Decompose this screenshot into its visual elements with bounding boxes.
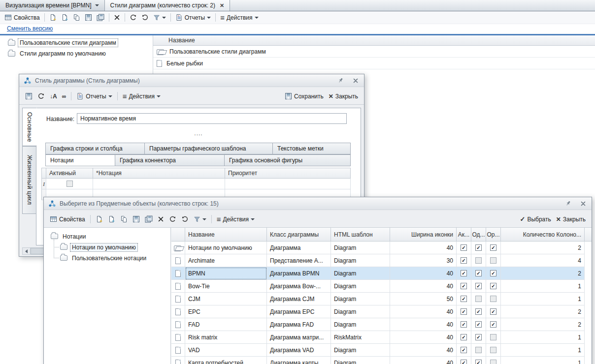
change-version-link[interactable]: Сменить версию: [7, 25, 53, 32]
checkbox[interactable]: ✓: [475, 270, 482, 276]
sort-button[interactable]: ↓A: [48, 93, 59, 100]
refresh-button[interactable]: [167, 215, 178, 223]
refresh-all-button[interactable]: [140, 13, 150, 22]
new-from-template-button[interactable]: [106, 215, 117, 223]
column-header-name[interactable]: Название: [185, 228, 267, 242]
column-header-icon-width[interactable]: Ширина иконки: [390, 228, 457, 242]
checkbox[interactable]: ✓: [475, 360, 482, 364]
scroll-left-button[interactable]: [23, 248, 31, 254]
dialog-titlebar[interactable]: Стиль диаграммы (Стиль диаграммы): [19, 74, 364, 87]
link-button[interactable]: ∞: [61, 93, 68, 100]
checkbox[interactable]: [490, 347, 496, 353]
checkbox[interactable]: ✓: [461, 257, 467, 264]
refresh-all-button[interactable]: [180, 215, 190, 223]
tab-row-column-graphics[interactable]: Графика строки и столбца: [45, 143, 145, 154]
list-column-header-name[interactable]: Название: [153, 35, 595, 46]
column-header-column-count[interactable]: Количество Колоно...: [501, 228, 585, 242]
tree-item-user-styles[interactable]: Пользовательские стили диаграмм: [8, 39, 118, 47]
checkbox[interactable]: ✓: [490, 308, 496, 315]
checkbox[interactable]: [490, 360, 496, 364]
grid-row-needs-map[interactable]: Карта потребностей Диаграмма карты... Di…: [171, 357, 592, 364]
checkbox[interactable]: [475, 347, 482, 353]
save-button[interactable]: [24, 92, 34, 100]
grid-row-default-notations[interactable]: Нотации по умолчанию Диаграмма Diagram 4…: [171, 242, 592, 254]
checkbox[interactable]: ✓: [461, 321, 467, 328]
grid-row-bow-tie[interactable]: Bow-Tie Диаграмма Bow-... Diagram 40 ✓ ✓…: [171, 280, 592, 293]
new-document-button[interactable]: [48, 13, 58, 22]
close-dialog-button[interactable]: [352, 77, 360, 84]
save-all-button[interactable]: [143, 215, 154, 223]
side-tab-lifecycle[interactable]: Жизненный цикл: [22, 146, 36, 214]
checkbox[interactable]: ✓: [461, 360, 467, 364]
chevron-down-icon[interactable]: [95, 4, 99, 6]
checkbox[interactable]: ✓: [461, 296, 467, 302]
tab-notations[interactable]: Нотации: [45, 154, 115, 166]
grid-row-risk-matrix[interactable]: Risk matrix Диаграмма матри... RiskMatri…: [171, 331, 592, 344]
checkbox[interactable]: ✓: [461, 270, 467, 276]
grid-row-archimate[interactable]: Archimate Представление A... Diagram 30 …: [171, 254, 592, 267]
close-button[interactable]: ✕ Закрыть: [327, 92, 360, 100]
tree-node-notations[interactable]: Нотации: [51, 232, 87, 241]
save-all-button[interactable]: [95, 13, 106, 22]
grid-row-fad[interactable]: FAD Диаграмма FAD Diagram 40 ✓ ✓ ✓ 2: [171, 318, 592, 331]
refresh-button[interactable]: [36, 92, 46, 100]
pin-button[interactable]: [564, 200, 572, 207]
pin-button[interactable]: [336, 77, 344, 84]
checkbox[interactable]: ✓: [461, 244, 467, 251]
checkbox[interactable]: ✓: [490, 321, 496, 328]
delete-button[interactable]: [112, 14, 122, 21]
copy-document-button[interactable]: [119, 215, 129, 223]
checkbox[interactable]: ✓: [461, 283, 467, 289]
delete-button[interactable]: [156, 215, 165, 223]
grid-row[interactable]: I: [41, 179, 351, 189]
filter-button[interactable]: [192, 215, 208, 223]
checkbox[interactable]: [475, 296, 482, 302]
close-button[interactable]: ✕ Закрыть: [555, 215, 587, 223]
actions-button[interactable]: ≡ Действия: [219, 13, 260, 22]
refresh-button[interactable]: [128, 13, 138, 22]
tab-graphic-template-params[interactable]: Параметры графического шаблона: [145, 143, 273, 154]
splitter-handle[interactable]: ....: [194, 130, 202, 137]
properties-button[interactable]: Свойства: [48, 215, 87, 223]
column-header-notation[interactable]: *Нотация: [93, 168, 225, 179]
grid-row-bpmn[interactable]: BPMN Диаграмма BPMN Diagram 40 ✓ ✓ ✓ 2: [171, 267, 592, 280]
name-input[interactable]: [77, 113, 347, 124]
tab-main-figure-graphics[interactable]: Графика основной фигуры: [225, 154, 351, 166]
list-row-user-styles[interactable]: Пользовательские стили диаграмм: [153, 46, 595, 58]
checkbox[interactable]: ✓: [475, 334, 482, 340]
checkbox[interactable]: ✓: [461, 347, 467, 353]
reports-button[interactable]: Отчеты: [174, 13, 212, 22]
column-header-od[interactable]: Од...: [471, 228, 486, 242]
save-button[interactable]: [83, 13, 94, 22]
tree-item-default-styles[interactable]: Стили диаграмм по умолчанию: [8, 50, 107, 58]
grid-row-cjm[interactable]: CJM Диаграмма CJM Diagram 50 ✓ 1: [171, 293, 592, 305]
new-document-button[interactable]: [94, 215, 104, 223]
column-header-ak[interactable]: Ак...: [457, 228, 471, 242]
checkbox[interactable]: [475, 257, 482, 264]
grid-row-vad[interactable]: VAD Диаграмма VAD Diagram 40 ✓ 1: [171, 344, 592, 357]
select-button[interactable]: ✓ Выбрать: [518, 215, 552, 223]
checkbox[interactable]: ✓: [490, 244, 496, 251]
tab-diagram-styles[interactable]: Стили диаграмм (количество строк: 2) ✕: [105, 0, 231, 11]
dialog-titlebar[interactable]: Выберите из Предметные объекты (количест…: [44, 197, 592, 210]
grid-row-epc[interactable]: EPC Диаграмма EPC Diagram 40 ✓ ✓ ✓ 2: [171, 305, 592, 318]
actions-button[interactable]: ≡ Действия: [121, 92, 162, 100]
column-header-priority[interactable]: Приоритет: [225, 168, 351, 179]
tree-node-default-notations[interactable]: Нотации по умолчанию: [60, 243, 137, 252]
close-dialog-button[interactable]: [579, 200, 587, 207]
checkbox[interactable]: ✓: [461, 308, 467, 315]
checkbox[interactable]: ✓: [475, 283, 482, 289]
reports-button[interactable]: Отчеты: [75, 92, 113, 100]
close-tab-icon[interactable]: ✕: [220, 2, 224, 9]
list-row-white-fish[interactable]: Белые рыбки: [153, 58, 595, 69]
column-header-diagram-class[interactable]: Класс диаграммы: [267, 228, 331, 242]
actions-button[interactable]: ≡ Действия: [215, 215, 256, 223]
properties-button[interactable]: Свойства: [3, 13, 41, 22]
new-from-template-button[interactable]: [60, 13, 70, 22]
save-and-close-button[interactable]: Сохранить: [283, 92, 325, 100]
side-tab-general[interactable]: Основные: [22, 108, 37, 146]
checkbox[interactable]: [490, 257, 496, 264]
tab-text-labels[interactable]: Текстовые метки: [273, 143, 351, 154]
checkbox[interactable]: ✓: [490, 270, 496, 276]
filter-button[interactable]: [152, 14, 167, 22]
